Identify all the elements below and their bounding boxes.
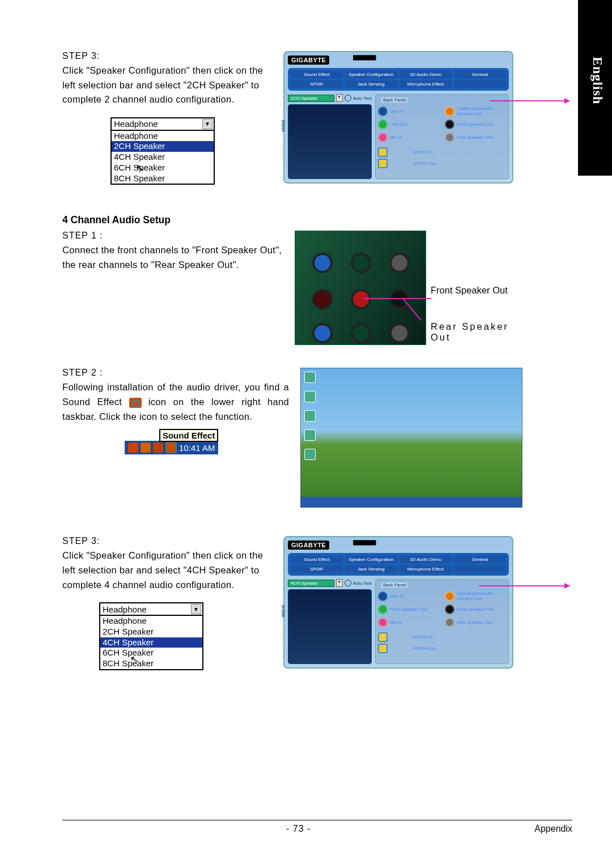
- back-panel-title: Back Panel: [381, 582, 407, 588]
- panel-tab[interactable]: Speaker Configuration: [345, 556, 397, 563]
- speaker-preview: [288, 589, 372, 664]
- panel-tab[interactable]: Microphone Effect: [400, 80, 452, 88]
- sound-effect-icon[interactable]: [165, 442, 177, 453]
- panel-tab[interactable]: SPDIF: [291, 80, 343, 88]
- panel-tab[interactable]: Jack Sensing: [345, 565, 397, 573]
- spdif-jack[interactable]: S/PDIF-Out: [378, 159, 506, 168]
- speaker-preview: [288, 104, 372, 179]
- dropdown-selected: Headphone: [114, 119, 158, 129]
- step3b-label: STEP 3:: [62, 536, 272, 546]
- chevron-down-icon[interactable]: ▾: [336, 579, 343, 587]
- callout-arrow: [479, 585, 570, 586]
- dropdown-option[interactable]: Headphone: [112, 131, 214, 142]
- dropdown-option[interactable]: 8CH Speaker: [100, 658, 202, 669]
- gigabyte-logo: GIGABYTE: [288, 541, 329, 550]
- label-front-speaker: Front Speaker Out: [431, 285, 527, 296]
- back-panel-title: Back Panel: [381, 97, 407, 103]
- step1-label: STEP 1 :: [62, 231, 289, 241]
- panel-tab[interactable]: SPDIF: [291, 565, 343, 573]
- clock: 10:41 AM: [179, 443, 215, 453]
- panel-tab[interactable]: Speaker Configuration: [345, 71, 397, 78]
- panel-tab[interactable]: Sound Effect: [291, 556, 343, 563]
- panel-tab[interactable]: Microphone Effect: [400, 565, 452, 573]
- tray-icon[interactable]: [141, 442, 151, 453]
- equalizer-icon: ≡≡≡: [281, 120, 285, 133]
- dropdown-option[interactable]: 2CH Speaker: [112, 141, 214, 152]
- panel-tab[interactable]: Sound Effect: [291, 71, 343, 78]
- audio-jack[interactable]: Front Speaker Out: [378, 605, 439, 614]
- audio-jack[interactable]: Line In: [378, 591, 439, 601]
- dropdown-option[interactable]: 2CH Speaker: [100, 627, 202, 637]
- heading-4ch: 4 Channel Audio Setup: [62, 214, 572, 226]
- spdif-jack[interactable]: S/PDIF-In: [378, 632, 506, 642]
- desktop-icon: [304, 391, 316, 402]
- gigabyte-panel-4ch: GIGABYTE ▮▮▮▮▮▮▮▮▮▮ Sound EffectSpeaker …: [283, 536, 513, 669]
- chevron-down-icon[interactable]: ▼: [202, 119, 212, 129]
- dropdown-option[interactable]: 6CH Speaker: [112, 163, 214, 173]
- panel-tab[interactable]: Jack Sensing: [345, 80, 397, 88]
- audio-jack[interactable]: Line In: [378, 106, 439, 116]
- spdif-jack[interactable]: S/PDIF-In: [378, 147, 506, 157]
- panel-tab[interactable]: General: [454, 556, 506, 563]
- audio-jack[interactable]: Center/Subwoofer Speaker Out: [445, 106, 506, 116]
- audio-jack[interactable]: Mic In: [378, 618, 439, 627]
- chevron-down-icon[interactable]: ▾: [336, 94, 343, 102]
- dropdown-selected: Headphone: [103, 605, 147, 614]
- dropdown-option[interactable]: 4CH Speaker: [112, 152, 214, 163]
- panel-tab[interactable]: [454, 80, 506, 88]
- panel-tab[interactable]: General: [454, 71, 506, 78]
- section-name: Appendix: [534, 824, 572, 834]
- ruler-icon: ▮▮▮▮▮▮▮▮▮▮: [352, 538, 375, 546]
- tray-icon[interactable]: [153, 442, 163, 453]
- sound-effect-tooltip: Sound Effect: [159, 429, 219, 442]
- panel-selector[interactable]: 2CH Speaker: [288, 95, 334, 102]
- panel-tab[interactable]: [454, 565, 506, 573]
- taskbar: [301, 497, 522, 507]
- panel-selector[interactable]: 4CH Speaker: [288, 580, 334, 587]
- desktop-icon: [304, 410, 316, 422]
- gigabyte-panel-2ch: GIGABYTE ▮▮▮▮▮▮▮▮▮▮ Sound EffectSpeaker …: [283, 51, 513, 184]
- audio-jack[interactable]: Mic In: [378, 133, 439, 142]
- radio-icon[interactable]: [345, 95, 351, 101]
- dropdown-option[interactable]: 4CH Speaker: [100, 637, 202, 648]
- panel-tab[interactable]: 3D Audio Demo: [400, 71, 452, 78]
- rear-panel-photo: [295, 231, 426, 345]
- desktop-icon: [304, 429, 316, 441]
- desktop-icon: [304, 449, 316, 460]
- label-rear-speaker: Rear Speaker Out: [431, 321, 527, 343]
- audio-jack[interactable]: Rear Speaker Out: [445, 120, 506, 129]
- audio-jack[interactable]: Line Out: [378, 120, 439, 129]
- auto-test-label[interactable]: Auto Test: [353, 581, 372, 586]
- page-footer: - 73 - Appendix: [62, 820, 572, 834]
- sound-effect-icon: [129, 398, 142, 408]
- audio-jack[interactable]: Side Speaker Out: [445, 133, 506, 142]
- step2-label: STEP 2 :: [62, 368, 289, 378]
- dropdown-option[interactable]: 6CH Speaker: [100, 648, 202, 658]
- dropdown-option[interactable]: 8CH Speaker: [112, 173, 214, 184]
- panel-tab[interactable]: 3D Audio Demo: [400, 556, 452, 563]
- desktop-screenshot: [300, 368, 522, 508]
- tray-icon[interactable]: [128, 442, 138, 453]
- desktop-icon: [304, 372, 316, 383]
- step3a-label: STEP 3:: [62, 51, 272, 61]
- page-number: - 73 -: [286, 824, 311, 834]
- auto-test-label[interactable]: Auto Test: [353, 96, 372, 101]
- speaker-dropdown-2ch[interactable]: Headphone ▼ Headphone2CH Speaker4CH Spea…: [110, 117, 215, 185]
- callout-arrow: [490, 100, 570, 101]
- taskbar-tray: 10:41 AM: [125, 441, 218, 454]
- audio-jack[interactable]: Rear Speaker Out: [445, 605, 506, 614]
- spdif-jack[interactable]: S/PDIF-Out: [378, 644, 506, 653]
- step2-text: Following installation of the audio driv…: [62, 380, 289, 424]
- audio-jack[interactable]: Side Speaker Out: [445, 618, 506, 627]
- gigabyte-logo: GIGABYTE: [288, 56, 329, 65]
- ruler-icon: ▮▮▮▮▮▮▮▮▮▮: [352, 53, 375, 61]
- step3a-text: Click "Speaker Configuration" then click…: [62, 63, 272, 107]
- equalizer-icon: ≡≡≡: [281, 605, 285, 618]
- step3b-text: Click "Speaker Configuration" then click…: [62, 548, 272, 592]
- audio-jack[interactable]: Center/Subwoofer Speaker Out: [445, 591, 506, 601]
- step1-text: Connect the front channels to "Front Spe…: [62, 243, 289, 272]
- speaker-dropdown-4ch[interactable]: Headphone ▼ Headphone2CH Speaker4CH Spea…: [99, 602, 203, 670]
- radio-icon[interactable]: [345, 580, 351, 586]
- chevron-down-icon[interactable]: ▼: [191, 604, 201, 614]
- dropdown-option[interactable]: Headphone: [100, 616, 202, 627]
